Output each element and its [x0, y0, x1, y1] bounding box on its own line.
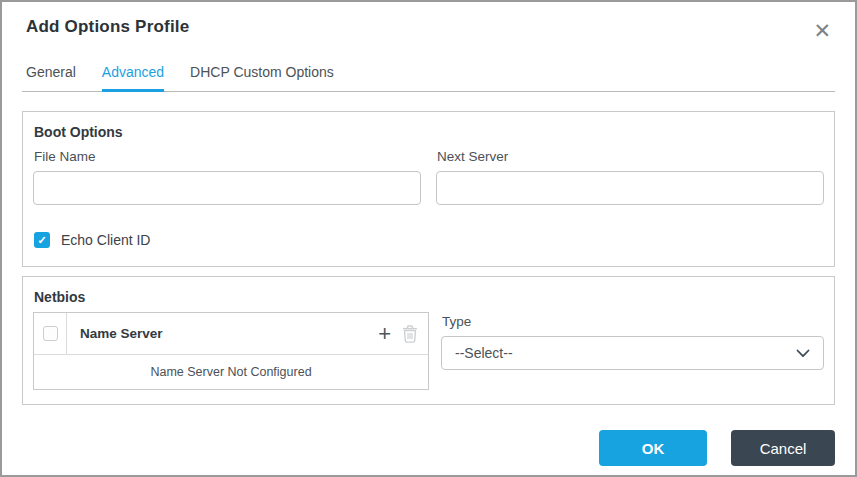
checkmark-icon: ✓	[37, 234, 46, 247]
name-server-empty-message: Name Server Not Configured	[34, 355, 428, 389]
type-field-group: Type --Select--	[441, 312, 824, 370]
add-options-profile-dialog: Add Options Profile ✕ General Advanced D…	[0, 0, 857, 477]
name-server-table: Name Server + Name Server	[33, 312, 429, 390]
type-select[interactable]: --Select--	[441, 336, 824, 370]
type-label: Type	[442, 314, 824, 329]
select-all-checkbox[interactable]	[43, 326, 58, 341]
boot-options-fields: File Name Next Server	[33, 147, 824, 205]
echo-client-id-row: ✓ Echo Client ID	[34, 232, 824, 248]
tab-dhcp-custom-options[interactable]: DHCP Custom Options	[190, 59, 334, 92]
tab-advanced[interactable]: Advanced	[102, 59, 164, 92]
select-all-cell	[34, 313, 67, 354]
boot-options-section: Boot Options File Name Next Server ✓ Ech…	[22, 111, 835, 267]
echo-client-id-checkbox[interactable]: ✓	[34, 232, 50, 248]
next-server-input[interactable]	[436, 171, 824, 205]
file-name-input[interactable]	[33, 171, 421, 205]
next-server-field-group: Next Server	[436, 147, 824, 205]
add-name-server-icon[interactable]: +	[378, 324, 391, 344]
cancel-button[interactable]: Cancel	[731, 430, 835, 466]
tab-general[interactable]: General	[26, 59, 76, 92]
file-name-label: File Name	[34, 149, 421, 164]
echo-client-id-label: Echo Client ID	[61, 232, 150, 248]
dialog-footer: OK Cancel	[599, 430, 835, 466]
netbios-heading: Netbios	[34, 289, 824, 305]
chevron-down-icon	[796, 349, 810, 358]
close-icon[interactable]: ✕	[809, 18, 835, 43]
name-server-column-header: Name Server	[67, 326, 378, 341]
table-actions: +	[378, 324, 428, 344]
dialog-title: Add Options Profile	[26, 17, 189, 37]
delete-name-server-icon[interactable]	[402, 325, 418, 343]
file-name-field-group: File Name	[33, 147, 421, 205]
name-server-table-header: Name Server +	[34, 313, 428, 355]
next-server-label: Next Server	[437, 149, 824, 164]
type-select-value: --Select--	[455, 345, 513, 361]
tab-bar: General Advanced DHCP Custom Options	[22, 59, 835, 92]
boot-options-heading: Boot Options	[34, 124, 824, 140]
dialog-header: Add Options Profile ✕	[2, 2, 855, 43]
netbios-content-row: Name Server + Name Server	[33, 312, 824, 390]
ok-button[interactable]: OK	[599, 430, 707, 466]
netbios-section: Netbios Name Server +	[22, 276, 835, 405]
